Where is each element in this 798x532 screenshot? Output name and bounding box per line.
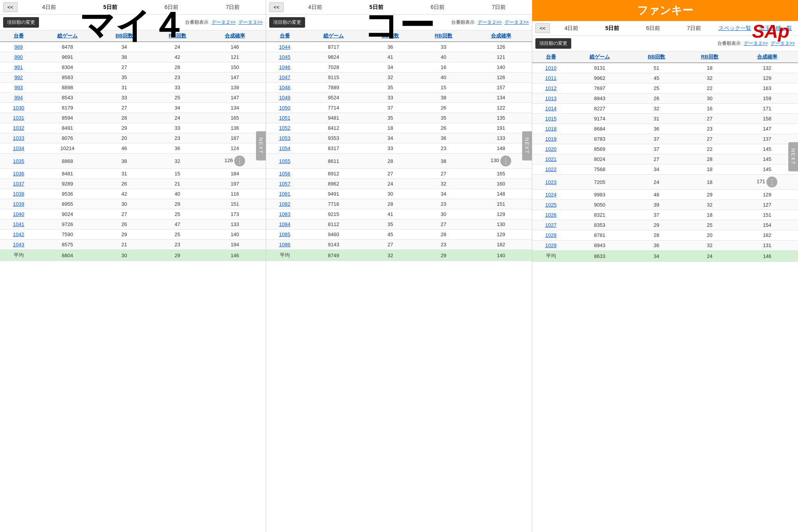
daiban-label-1: 台番順表示 — [185, 19, 208, 25]
nav-day2-7[interactable]: 7日前 — [469, 4, 529, 11]
table-row: 101199624532129 — [532, 73, 798, 83]
table-row: 101389432630159 — [532, 94, 798, 104]
nav-day1-5[interactable]: 5日前 — [80, 4, 140, 11]
table-row: 105194813535135 — [266, 113, 532, 123]
next-btn-3[interactable]: NEXT — [788, 142, 798, 171]
table-row: 101886843623147 — [532, 124, 798, 134]
nav-day3-4[interactable]: 4日前 — [552, 25, 591, 32]
table-1: 台番 総ゲーム BB回数 RB回数 合成確率 98984783424146990… — [0, 30, 266, 261]
table-3: 台番 総ゲーム BB回数 RB回数 合成確率 10109131511813210… — [532, 51, 798, 262]
table-row: 104275902925140 — [0, 230, 266, 240]
panel-3: SAp ファンキー << 4日前 5日前 6日前 7日前 スペック一覧 出玉推移… — [532, 0, 798, 532]
table-row: 102372052418171 — [532, 175, 798, 190]
table-row: 99285833523147 — [0, 72, 266, 83]
daiban-label-3: 台番順表示 — [717, 41, 741, 46]
nav-day2-5[interactable]: 5日前 — [346, 4, 406, 11]
nav-back-3[interactable]: << — [535, 23, 550, 33]
table-row: 101276972522163 — [532, 83, 798, 94]
table-row: 103081792734134 — [0, 103, 266, 113]
table-row: 104670283416140 — [266, 62, 532, 72]
table-row: 102275683418145 — [532, 164, 798, 175]
next-btn-2[interactable]: NEXT — [522, 131, 532, 161]
btn-koumoku-2[interactable]: 項目順の変更 — [269, 17, 305, 28]
table-row: 104995243338134 — [266, 93, 532, 103]
table-row: 102085693722145 — [532, 144, 798, 154]
three-dot-menu[interactable] — [500, 156, 511, 166]
table-row: 103792892621197 — [0, 179, 266, 189]
table-row: 98984783424146 — [0, 42, 266, 52]
table-row: 108392154130129 — [266, 209, 532, 219]
btn-koumoku-1[interactable]: 項目順の変更 — [3, 17, 39, 28]
table-row: 101987833727137 — [532, 134, 798, 144]
nav-day1-7[interactable]: 7日前 — [203, 4, 263, 11]
data2-link-1[interactable]: データ２>> — [212, 19, 236, 25]
table-row: 108277162823151 — [266, 199, 532, 209]
table-row: 102989433632131 — [532, 240, 798, 251]
table-row: 103380762023187 — [0, 133, 266, 143]
th-rb-2[interactable]: RB回数 — [417, 30, 470, 42]
th-daiban-3[interactable]: 台番 — [532, 51, 569, 63]
table-row: 101591743127158 — [532, 114, 798, 124]
table-row: 105483173323148 — [266, 143, 532, 154]
three-dot-menu[interactable] — [234, 156, 245, 166]
next-btn-1[interactable]: NEXT — [256, 131, 266, 161]
table-row: 104197262647133 — [0, 219, 266, 230]
table-row: 102783532925154 — [532, 220, 798, 230]
table-row: 102499834829129 — [532, 190, 798, 200]
table-row: 108594604528129 — [266, 230, 532, 240]
table-row: 102683213718151 — [532, 210, 798, 220]
table-row: 108194913034148 — [266, 189, 532, 199]
nav-back-2[interactable]: << — [269, 2, 284, 12]
nav-back-1[interactable]: << — [3, 2, 18, 12]
nav-day1-6[interactable]: 6日前 — [142, 4, 201, 11]
table-row: 103185942824165 — [0, 113, 266, 123]
table-row: 105586112838130 — [266, 154, 532, 169]
th-gos-1[interactable]: 合成確率 — [204, 30, 266, 42]
th-bb-3[interactable]: BB回数 — [630, 51, 683, 63]
table-row: 105393533436133 — [266, 133, 532, 143]
data3-link-2[interactable]: データ３>> — [505, 19, 529, 25]
table-row: 103284912933136 — [0, 123, 266, 133]
btn-koumoku-3[interactable]: 項目順の変更 — [535, 38, 571, 49]
table-row: 102590503932127 — [532, 200, 798, 210]
toolbar-right-1: 台番順表示 データ２>> データ３>> — [185, 19, 263, 26]
table-row: 103989553029151 — [0, 199, 266, 209]
th-rb-3[interactable]: RB回数 — [683, 51, 736, 63]
table-row: 105077143726122 — [266, 103, 532, 113]
sap-logo: SAp — [743, 0, 798, 62]
table-row: 105284121826191 — [266, 123, 532, 133]
table-2: 台番 総ゲーム BB回数 RB回数 合成確率 10448717363312610… — [266, 30, 532, 261]
data3-link-1[interactable]: データ３>> — [238, 19, 263, 25]
table-row: 103588683832126 — [0, 154, 266, 169]
th-daiban-1[interactable]: 台番 — [0, 30, 37, 42]
three-dot-menu[interactable] — [766, 177, 777, 187]
nav-day3-5[interactable]: 5日前 — [593, 25, 632, 32]
th-total-2[interactable]: 総ゲーム — [303, 30, 364, 42]
table-row: 102887812820182 — [532, 230, 798, 240]
data2-link-2[interactable]: データ２>> — [478, 19, 502, 25]
table-row: 99485433325147 — [0, 93, 266, 103]
table-row: 108481123527130 — [266, 219, 532, 230]
toolbar-right-2: 台番順表示 データ２>> データ３>> — [451, 19, 529, 26]
daiban-label-2: 台番順表示 — [451, 19, 475, 25]
table-row: 104487173633126 — [266, 42, 532, 52]
th-total-1[interactable]: 総ゲーム — [37, 30, 97, 42]
th-daiban-2[interactable]: 台番 — [266, 30, 303, 42]
nav-day3-7[interactable]: 7日前 — [675, 25, 713, 32]
table-row: 105789622432160 — [266, 179, 532, 189]
th-total-3[interactable]: 総ゲーム — [569, 51, 630, 63]
nav-day1-4[interactable]: 4日前 — [19, 4, 79, 11]
th-gos-2[interactable]: 合成確率 — [470, 30, 532, 42]
nav-day2-6[interactable]: 6日前 — [408, 4, 468, 11]
avg-row: 平均88043029146 — [0, 250, 266, 261]
panel-2: コー << 4日前 5日前 6日前 7日前 項目順の変更 台番順表示 データ２>… — [266, 0, 532, 532]
table-row: 104878893515157 — [266, 83, 532, 93]
th-bb-1[interactable]: BB回数 — [98, 30, 151, 42]
nav-day3-6[interactable]: 6日前 — [634, 25, 673, 32]
th-bb-2[interactable]: BB回数 — [364, 30, 417, 42]
table-row: 1034102144636124 — [0, 143, 266, 154]
avg-row: 平均87493229140 — [266, 250, 532, 261]
th-rb-1[interactable]: RB回数 — [151, 30, 204, 42]
nav-day2-4[interactable]: 4日前 — [285, 4, 345, 11]
table-row: 99388983133139 — [0, 83, 266, 93]
